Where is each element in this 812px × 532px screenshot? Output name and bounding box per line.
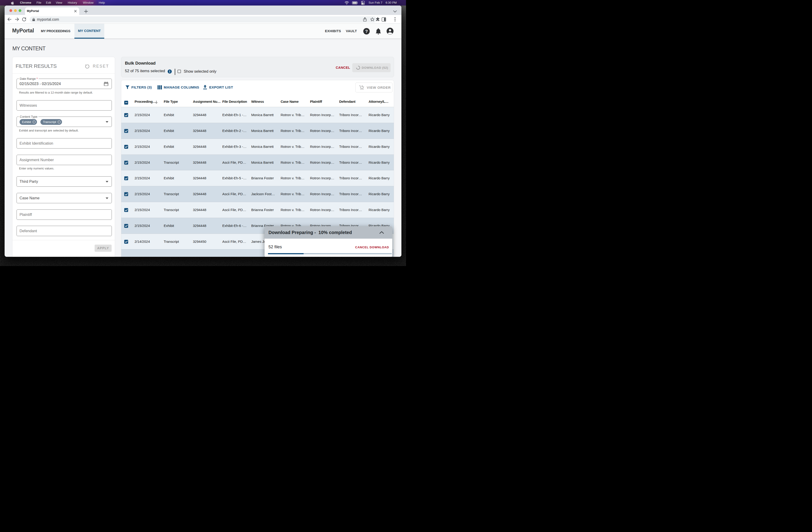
svg-text:?: ? [365, 29, 368, 34]
